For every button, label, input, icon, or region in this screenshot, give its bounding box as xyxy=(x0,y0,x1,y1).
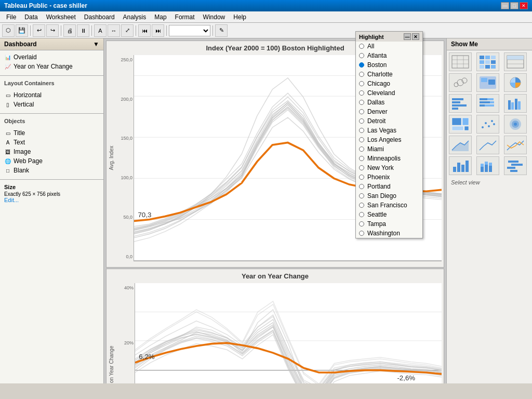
objects-label: Objects xyxy=(0,116,103,126)
year-change-label: Year on Year Change xyxy=(14,63,73,70)
highlight-item-label: Atlanta xyxy=(367,52,387,59)
highlight-item-charlotte[interactable]: Charlotte xyxy=(356,70,422,79)
chart-type-text-table[interactable] xyxy=(449,52,472,71)
sidebar-item-year-change[interactable]: 📈 Year on Year Change xyxy=(0,62,103,71)
highlight-item-atlanta[interactable]: Atlanta xyxy=(356,51,422,60)
menu-file[interactable]: File xyxy=(2,12,20,22)
chart-type-line[interactable] xyxy=(476,136,499,154)
vertical-icon: ▯ xyxy=(4,101,11,108)
sidebar-item-blank[interactable]: □ Blank xyxy=(0,166,103,175)
highlight-item-los-angeles[interactable]: Los Angeles xyxy=(356,135,422,144)
menu-worksheet[interactable]: Worksheet xyxy=(42,12,80,22)
chart-type-symbol-map[interactable] xyxy=(449,73,472,92)
menu-analysis[interactable]: Analysis xyxy=(119,12,151,22)
highlight-item-miami[interactable]: Miami xyxy=(356,144,422,154)
highlight-item-las-vegas[interactable]: Las Vegas xyxy=(356,126,422,135)
chart-type-dual-axis[interactable] xyxy=(504,136,527,154)
menu-format[interactable]: Format xyxy=(171,12,199,22)
chart-type-area[interactable] xyxy=(449,136,472,154)
toolbar-btn-edit[interactable]: ✎ xyxy=(215,24,228,37)
chart-type-circle[interactable] xyxy=(504,115,527,134)
chart-type-side-by-side[interactable] xyxy=(504,94,527,113)
text-icon: A xyxy=(4,139,11,146)
svg-rect-40 xyxy=(452,101,460,103)
chart-type-treemap[interactable] xyxy=(449,115,472,134)
svg-rect-55 xyxy=(452,126,463,130)
maximize-button[interactable]: □ xyxy=(510,2,518,9)
svg-rect-20 xyxy=(485,56,490,59)
highlight-item-phoenix[interactable]: Phoenix xyxy=(356,172,422,182)
toolbar-btn-skip-fwd[interactable]: ⏭ xyxy=(152,24,164,37)
edit-link[interactable]: Edit... xyxy=(4,197,99,203)
highlight-item-san-francisco[interactable]: San Francisco xyxy=(356,201,422,210)
highlight-item-denver[interactable]: Denver xyxy=(356,107,422,116)
svg-rect-22 xyxy=(480,60,484,64)
menu-help[interactable]: Help xyxy=(229,12,250,22)
highlight-item-dallas[interactable]: Dallas xyxy=(356,98,422,107)
toolbar-btn-print[interactable]: 🖨 xyxy=(63,24,76,37)
highlight-item-detroit[interactable]: Detroit xyxy=(356,116,422,126)
toolbar-btn-pause[interactable]: ⏸ xyxy=(77,24,89,37)
sidebar-item-webpage[interactable]: 🌐 Web Page xyxy=(0,156,103,166)
svg-text:-2,6%: -2,6% xyxy=(397,374,415,381)
chart-type-pie-chart[interactable] xyxy=(504,73,527,92)
toolbar-sep-4 xyxy=(136,25,136,36)
sidebar-item-title[interactable]: ▭ Title xyxy=(0,128,103,138)
chart-type-highlight-table[interactable] xyxy=(504,52,527,71)
highlight-item-minneapolis[interactable]: Minneapolis xyxy=(356,154,422,163)
svg-rect-46 xyxy=(490,101,494,103)
sidebar-item-overlaid[interactable]: 📊 Overlaid xyxy=(0,52,103,62)
svg-rect-36 xyxy=(481,78,487,82)
sidebar-item-text[interactable]: A Text xyxy=(0,138,103,147)
toolbar-btn-new[interactable]: ⬡ xyxy=(2,24,15,37)
chart-type-gantt[interactable] xyxy=(504,156,527,175)
sidebar-item-image[interactable]: 🖼 Image xyxy=(0,147,103,156)
toolbar-btn-save[interactable]: 💾 xyxy=(16,24,28,37)
radio-circle xyxy=(359,81,364,86)
sidebar-item-horizontal[interactable]: ▭ Horizontal xyxy=(0,90,103,100)
sidebar-divider-3 xyxy=(0,179,103,180)
chart-type-stacked-col[interactable] xyxy=(476,156,499,175)
highlight-item-portland[interactable]: Portland xyxy=(356,182,422,191)
sidebar-section-dashboards: 📊 Overlaid 📈 Year on Year Change xyxy=(0,50,103,73)
highlight-item-new-york[interactable]: New York xyxy=(356,163,422,172)
highlight-item-san-diego[interactable]: San Diego xyxy=(356,191,422,201)
highlight-item-boston[interactable]: Boston xyxy=(356,60,422,70)
menu-dashboard[interactable]: Dashboard xyxy=(80,12,119,22)
highlight-item-seattle[interactable]: Seattle xyxy=(356,210,422,219)
chart2-title: Year on Year Change xyxy=(107,269,444,281)
menu-window[interactable]: Window xyxy=(199,12,230,22)
toolbar-btn-undo[interactable]: ↩ xyxy=(33,24,45,37)
toolbar-btn-skip-back[interactable]: ⏮ xyxy=(138,24,151,37)
highlight-item-tampa[interactable]: Tampa xyxy=(356,219,422,229)
chart-type-grid-2 xyxy=(449,73,530,92)
highlight-header: Highlight — ✕ xyxy=(356,32,422,42)
highlight-item-washington[interactable]: Washington xyxy=(356,229,422,238)
toolbar-btn-a[interactable]: A xyxy=(94,24,107,37)
chart-type-horiz-bar[interactable] xyxy=(449,94,472,113)
highlight-minimize-btn[interactable]: — xyxy=(404,33,411,40)
highlight-item-cleveland[interactable]: Cleveland xyxy=(356,88,422,98)
chart-type-stacked-bar[interactable] xyxy=(476,94,499,113)
svg-point-64 xyxy=(514,123,517,126)
svg-text:6,2%: 6,2% xyxy=(139,352,155,360)
chart-type-scatter[interactable] xyxy=(476,115,499,134)
menu-map[interactable]: Map xyxy=(150,12,170,22)
show-me-header: Show Me xyxy=(447,38,532,50)
toolbar-btn-redo[interactable]: ↪ xyxy=(46,24,59,37)
toolbar-dropdown[interactable] xyxy=(169,25,210,36)
highlight-close-btn[interactable]: ✕ xyxy=(412,33,419,40)
chart-type-filled-map[interactable] xyxy=(476,73,499,92)
minimize-button[interactable]: — xyxy=(501,2,509,9)
menu-data[interactable]: Data xyxy=(20,12,42,22)
chart-type-bar[interactable] xyxy=(449,156,472,175)
highlight-item-all[interactable]: All xyxy=(356,42,422,51)
toolbar-btn-c[interactable]: ⤢ xyxy=(121,24,134,37)
close-button[interactable]: ✕ xyxy=(520,2,528,9)
toolbar-btn-b[interactable]: ↔ xyxy=(108,24,120,37)
svg-rect-56 xyxy=(464,126,469,130)
chart-type-heat-map[interactable] xyxy=(476,52,499,71)
highlight-item-chicago[interactable]: Chicago xyxy=(356,79,422,88)
sidebar-item-vertical[interactable]: ▯ Vertical xyxy=(0,100,103,109)
blank-icon: □ xyxy=(4,167,11,174)
